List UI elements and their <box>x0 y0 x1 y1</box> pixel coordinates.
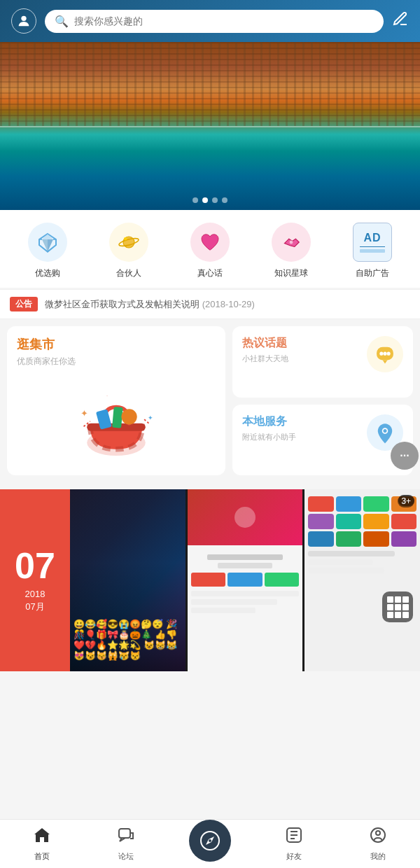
svg-rect-27 <box>119 829 130 838</box>
nav-mine-label: 我的 <box>370 851 386 862</box>
grid-icon <box>387 596 409 618</box>
announcement-badge: 公告 <box>10 297 38 312</box>
card-local-service-title: 本地服务 <box>242 414 367 429</box>
banner[interactable] <box>0 42 420 210</box>
card-local-service[interactable]: 本地服务 附近就有小助手 ··· <box>232 405 413 476</box>
handshake-icon <box>272 223 311 262</box>
quick-nav: 优选购 合伙人 真心话 <box>0 210 420 288</box>
friends-icon <box>285 826 303 848</box>
feed-header: 07 2018 07月 😀😂🥰😎😭😡🤔😴 🎉🎊🎈🎁🎀🎂🎃🎄 👍👎❤️💔🔥⭐🌟💫 … <box>0 489 420 671</box>
search-bar[interactable]: 🔍 <box>45 10 384 33</box>
dot-2 <box>202 197 208 203</box>
chat-bubble-icon <box>367 336 403 372</box>
quick-label-zhishixingqiu: 知识星球 <box>274 267 308 279</box>
feed-year-month: 2018 07月 <box>25 588 46 613</box>
grid-view-button[interactable] <box>382 592 413 622</box>
feed-date: 07 2018 07月 <box>0 489 70 671</box>
header: 🔍 <box>0 0 420 42</box>
feed-thumbnails: 😀😂🥰😎😭😡🤔😴 🎉🎊🎈🎁🎀🎂🎃🎄 👍👎❤️💔🔥⭐🌟💫 😺😸😹😻😼😽🙀😿😾 <box>70 489 420 671</box>
dot-3 <box>212 197 218 203</box>
nav-home-label: 首页 <box>34 851 50 862</box>
feed-thumb-1[interactable]: 😀😂🥰😎😭😡🤔😴 🎉🎊🎈🎁🎀🎂🎃🎄 👍👎❤️💔🔥⭐🌟💫 😺😸😹😻😼😽🙀😿😾 <box>70 489 186 671</box>
more-button[interactable]: ··· <box>391 442 419 470</box>
nav-friends[interactable]: 好友 <box>252 826 336 862</box>
nav-mine[interactable]: 我的 <box>336 826 420 862</box>
mine-icon <box>369 826 387 848</box>
svg-point-29 <box>209 839 211 842</box>
profile-body <box>188 545 303 671</box>
explore-button[interactable] <box>189 820 231 862</box>
quick-item-zizhuguanggao[interactable]: AD 自助广告 <box>353 223 392 279</box>
announcement-bar[interactable]: 公告 微梦社区金币获取方式及发帖相关说明 (2018-10-29) <box>0 289 420 319</box>
quick-item-zhishixingqiu[interactable]: 知识星球 <box>272 223 311 279</box>
search-input[interactable] <box>74 15 374 27</box>
quick-label-huoban: 合伙人 <box>116 267 141 279</box>
diamond-icon <box>28 223 67 262</box>
quick-item-zhenxinhua[interactable]: 真心话 <box>190 223 230 279</box>
feed-thumb-2[interactable] <box>188 489 303 671</box>
card-hot-topic[interactable]: 热议话题 小社群大天地 <box>232 326 413 398</box>
quick-item-youxuangou[interactable]: 优选购 <box>28 223 67 279</box>
search-icon: 🔍 <box>55 15 69 28</box>
svg-point-23 <box>383 352 386 356</box>
card-local-service-subtitle: 附近就有小助手 <box>242 432 367 442</box>
nav-friends-label: 好友 <box>286 851 302 862</box>
feed-section: 07 2018 07月 😀😂🥰😎😭😡🤔😴 🎉🎊🎈🎁🎀🎂🎃🎄 👍👎❤️💔🔥⭐🌟💫 … <box>0 489 420 671</box>
market-illustration: ✦ ✦ · <box>17 374 216 465</box>
forum-icon <box>117 826 135 848</box>
svg-point-35 <box>376 831 380 835</box>
svg-point-22 <box>379 352 383 356</box>
card-hot-topic-title: 热议话题 <box>242 336 367 351</box>
banner-image <box>0 42 420 210</box>
nav-forum[interactable]: 论坛 <box>84 826 168 862</box>
card-right-column: 热议话题 小社群大天地 本地服务 附近就有小助手 <box>232 326 413 475</box>
quick-label-youxuangou: 优选购 <box>35 267 60 279</box>
svg-rect-14 <box>112 407 123 428</box>
quick-label-zizhuguanggao: 自助广告 <box>356 267 389 279</box>
announcement-text: 微梦社区金币获取方式及发帖相关说明 (2018-10-29) <box>45 298 410 311</box>
svg-point-15 <box>121 409 136 424</box>
svg-point-26 <box>383 428 386 432</box>
app-grid-preview <box>304 489 420 671</box>
dot-1 <box>192 197 198 203</box>
profile-preview <box>188 489 303 671</box>
profile-header-bg <box>188 489 303 545</box>
svg-point-0 <box>21 16 26 21</box>
svg-text:·: · <box>106 393 108 399</box>
card-market-subtitle: 优质商家任你选 <box>17 356 216 368</box>
card-hot-topic-subtitle: 小社群大天地 <box>242 354 367 364</box>
card-hot-topic-text: 热议话题 小社群大天地 <box>242 336 367 364</box>
avatar-icon[interactable] <box>11 8 36 34</box>
bottom-nav: 首页 论坛 好友 <box>0 819 420 868</box>
nav-home[interactable]: 首页 <box>0 826 84 862</box>
svg-text:✦: ✦ <box>148 414 153 421</box>
card-local-service-text: 本地服务 附近就有小助手 <box>242 414 367 442</box>
card-market-title: 逛集市 <box>17 336 216 353</box>
feature-cards: 逛集市 优质商家任你选 <box>0 319 420 482</box>
svg-text:✦: ✦ <box>80 408 88 419</box>
heart-icon <box>190 223 230 262</box>
nav-forum-label: 论坛 <box>118 851 134 862</box>
dot-4 <box>222 197 227 203</box>
feed-count-badge: 3+ <box>398 495 414 506</box>
home-icon <box>33 826 51 848</box>
feed-thumb-3[interactable]: 3+ <box>304 489 420 671</box>
edit-icon[interactable] <box>392 10 409 31</box>
quick-label-zhenxinhua: 真心话 <box>197 267 223 279</box>
svg-point-10 <box>290 241 293 244</box>
planet-icon <box>109 223 148 262</box>
emoji-row: 😀😂🥰😎😭😡🤔😴 🎉🎊🎈🎁🎀🎂🎃🎄 👍👎❤️💔🔥⭐🌟💫 😺😸😹😻😼😽🙀😿😾 <box>74 619 182 661</box>
nav-explore[interactable] <box>168 820 252 869</box>
ad-icon: AD <box>353 223 392 262</box>
quick-item-huoban[interactable]: 合伙人 <box>109 223 148 279</box>
card-market[interactable]: 逛集市 优质商家任你选 <box>7 326 225 475</box>
feed-day: 07 <box>15 547 55 584</box>
svg-point-24 <box>387 352 391 356</box>
svg-point-9 <box>124 237 127 241</box>
banner-dots <box>192 197 227 203</box>
